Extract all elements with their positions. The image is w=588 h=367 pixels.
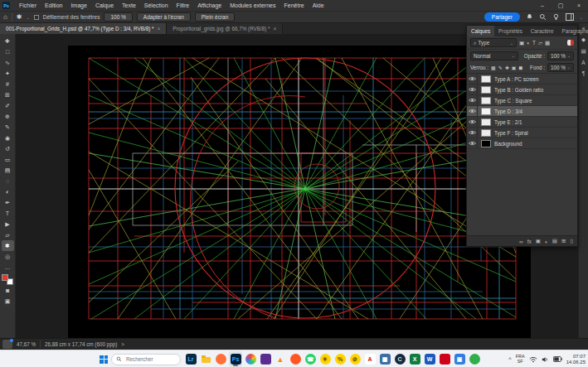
character-panel-icon[interactable]: A [581,60,585,65]
layer-filter-field[interactable]: ⌕ Type ⌄ [470,38,517,47]
menu-s-lection[interactable]: Sélection [140,2,173,8]
layer-mask-icon[interactable]: ▣ [536,238,541,244]
tool-edit-toolbar-icon[interactable]: … [2,262,14,273]
layer-thumbnail[interactable] [481,86,491,94]
menu-edition[interactable]: Edition [41,2,66,8]
layer-visibility-eye-icon[interactable] [467,95,478,105]
close-tab-icon[interactable]: × [274,26,277,31]
link-layers-icon[interactable]: ∞ [519,239,523,244]
panel-tab-propri-t-s[interactable]: Propriétés [494,26,527,36]
tool-hand-icon[interactable]: ✱ [2,240,14,251]
history-panel-icon[interactable]: ◆ [581,36,586,43]
layer-row-background[interactable]: Background [467,138,577,149]
help-lightbulb-icon[interactable] [552,13,560,21]
taskbar-app-yellow-app-1[interactable]: ✳ [318,351,332,367]
document-canvas[interactable] [68,46,531,338]
tool-type-icon[interactable]: T [2,208,14,219]
tool-pen-icon[interactable]: ✒ [2,197,14,208]
panel-tab-paragraphe[interactable]: Paragraphe [557,26,588,36]
taskbar-app-firefox[interactable] [214,351,227,367]
lock-position-icon[interactable]: ✚ [505,65,509,70]
zoom-level-field[interactable]: 47,67 % [17,341,36,347]
workspace-switcher-icon[interactable] [566,13,574,21]
layer-visibility-eye-icon[interactable] [467,117,478,127]
opacity-value[interactable]: 100 % ⌄ [547,51,574,60]
taskbar-app-yellow-app-3[interactable]: ⊘ [348,351,362,367]
layer-visibility-eye-icon[interactable] [467,85,478,94]
layer-row-type-a-pc-screen[interactable]: Type A : PC screen [467,74,577,85]
layer-visibility-eye-icon[interactable] [467,138,478,148]
libraries-panel-icon[interactable]: ▤ [581,48,586,55]
document-tab-jpg[interactable]: Proportional_grids.jpg @ 66,7% (RVB/8) *… [167,23,283,34]
tool-lasso-icon[interactable]: ∿ [2,57,14,68]
layer-visibility-eye-icon[interactable] [467,74,478,84]
menu-image[interactable]: Image [66,2,90,8]
tool-zoom-icon[interactable]: ◎ [2,251,14,262]
start-button[interactable] [100,355,108,364]
wifi-icon[interactable] [529,356,537,363]
layer-visibility-eye-icon[interactable] [467,128,478,138]
screen-mode-icon[interactable]: ▣ [2,296,14,307]
menu-texte[interactable]: Texte [118,2,140,8]
notifications-bell-icon[interactable] [526,13,533,21]
fullscreen-button[interactable]: Plein écran [195,12,236,22]
zoom-100-button[interactable]: 100 % [104,12,132,22]
smart-object-filter-icon[interactable]: ▦ [545,40,550,46]
lock-pixels-icon[interactable]: ✎ [498,65,503,70]
fill-value[interactable]: 100 % ⌄ [547,63,574,72]
layer-row-type-f-spiral[interactable]: Type F : Spiral [467,128,577,138]
menu-fen-tre[interactable]: Fenêtre [280,2,309,8]
fit-screen-button[interactable]: Adapter à l'écran [137,12,191,22]
taskbar-app-photos[interactable] [244,351,257,367]
taskbar-app-blue-app[interactable]: ▣ [453,351,466,367]
delete-layer-icon[interactable]: ▯ [570,238,573,244]
search-input[interactable] [124,355,174,363]
taskbar-app-vlc[interactable]: ▲ [274,351,287,367]
tool-dodge-icon[interactable]: ◐ [2,186,14,197]
taskbar-app-word[interactable]: W [423,351,436,367]
taskbar-app-capture-one[interactable]: C [393,351,406,367]
layer-row-type-c-square[interactable]: Type C : Square [467,95,577,106]
taskbar-app-orange-app[interactable] [289,351,302,367]
foreground-color-swatch[interactable] [2,274,8,281]
window-maximize-button[interactable]: ▢ [552,0,570,11]
close-tab-icon[interactable]: × [157,26,160,31]
taskbar-app-green-app[interactable] [468,351,481,367]
taskbar-app-photoshop[interactable]: Ps [229,351,242,367]
tool-crop-icon[interactable]: # [2,79,14,89]
clock[interactable]: 07:07 14.06.25 [566,354,586,365]
hand-tool-icon[interactable]: ✱ [17,13,22,22]
status-app-icon[interactable] [2,340,12,349]
lock-artboard-icon[interactable]: ▣ [512,65,517,70]
adjustment-layer-icon[interactable]: ◐ [545,239,548,244]
taskbar-app-yellow-app-2[interactable]: % [333,351,347,367]
scroll-all-windows-checkbox[interactable] [34,15,39,20]
lock-all-icon[interactable]: ◼ [518,65,522,70]
layer-row-type-d-3-4[interactable]: Type D : 3/4 [467,106,577,117]
tool-frame-icon[interactable]: ⊞ [2,89,14,100]
tool-gradient-icon[interactable]: ▤ [2,165,14,176]
menu-aide[interactable]: Aide [309,2,328,8]
tool-move-icon[interactable]: ✚ [2,36,14,46]
layer-group-icon[interactable]: ▤ [552,238,557,244]
shape-filter-icon[interactable]: ▱ [538,40,542,46]
paragraph-panel-icon[interactable]: ¶ [582,70,586,76]
layer-effects-icon[interactable]: fx [527,239,532,244]
pixel-filter-icon[interactable]: ▣ [519,40,524,46]
layer-thumbnail[interactable] [481,108,491,115]
tool-shape-icon[interactable]: ▱ [2,229,14,240]
tool-history-brush-icon[interactable]: ↺ [2,143,14,154]
layer-row-type-b-golden-ratio[interactable]: Type B : Golden ratio [467,85,577,95]
quick-mask-icon[interactable]: ◙ [2,285,14,296]
workspace-caret-icon[interactable]: ⌄ [580,15,583,20]
lock-transparency-icon[interactable]: ▩ [491,65,496,70]
menu-fichier[interactable]: Fichier [15,2,41,8]
volume-icon[interactable] [542,356,549,363]
taskbar-app-file-explorer[interactable] [199,351,212,367]
menu-affichage[interactable]: Affichage [193,2,226,8]
hidden-icons-chevron[interactable]: ^ [508,356,511,362]
taskbar-app-purple-app[interactable] [259,351,272,367]
home-icon[interactable]: ⌂ [3,13,7,22]
tool-brush-icon[interactable]: ✎ [2,122,14,133]
tool-clone-stamp-icon[interactable]: ◉ [2,133,14,143]
